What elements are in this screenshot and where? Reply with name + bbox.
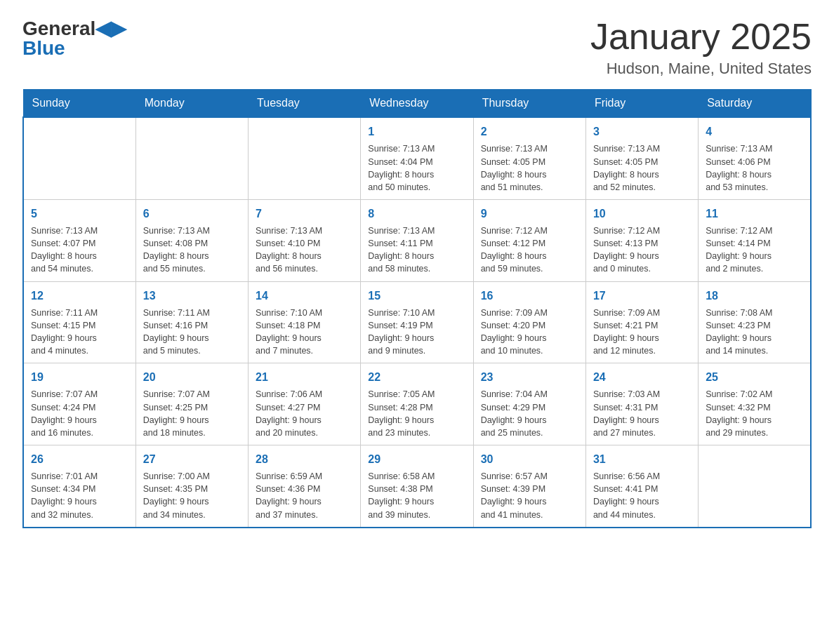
calendar-table: Sunday Monday Tuesday Wednesday Thursday… bbox=[22, 89, 812, 528]
calendar-cell: 9Sunrise: 7:12 AMSunset: 4:12 PMDaylight… bbox=[473, 199, 585, 281]
calendar-cell: 30Sunrise: 6:57 AMSunset: 4:39 PMDayligh… bbox=[473, 445, 585, 527]
calendar-cell: 24Sunrise: 7:03 AMSunset: 4:31 PMDayligh… bbox=[585, 363, 698, 445]
day-info: Sunrise: 6:59 AMSunset: 4:36 PMDaylight:… bbox=[256, 470, 353, 521]
col-wednesday: Wednesday bbox=[361, 90, 473, 118]
day-info: Sunrise: 7:11 AMSunset: 4:15 PMDaylight:… bbox=[31, 307, 128, 358]
day-info: Sunrise: 7:13 AMSunset: 4:06 PMDaylight:… bbox=[706, 142, 803, 194]
calendar-week-1: 1Sunrise: 7:13 AMSunset: 4:04 PMDaylight… bbox=[23, 117, 811, 199]
day-number: 26 bbox=[31, 451, 128, 467]
day-info: Sunrise: 7:04 AMSunset: 4:29 PMDaylight:… bbox=[481, 388, 578, 439]
calendar-cell: 8Sunrise: 7:13 AMSunset: 4:11 PMDaylight… bbox=[361, 199, 473, 281]
day-info: Sunrise: 7:02 AMSunset: 4:32 PMDaylight:… bbox=[706, 388, 803, 439]
day-info: Sunrise: 7:13 AMSunset: 4:07 PMDaylight:… bbox=[31, 224, 128, 276]
calendar-cell: 7Sunrise: 7:13 AMSunset: 4:10 PMDaylight… bbox=[249, 199, 361, 281]
calendar-cell: 6Sunrise: 7:13 AMSunset: 4:08 PMDaylight… bbox=[135, 199, 248, 281]
day-info: Sunrise: 7:06 AMSunset: 4:27 PMDaylight:… bbox=[256, 388, 353, 439]
calendar-week-3: 12Sunrise: 7:11 AMSunset: 4:15 PMDayligh… bbox=[23, 281, 811, 363]
day-info: Sunrise: 7:13 AMSunset: 4:10 PMDaylight:… bbox=[256, 224, 353, 276]
day-info: Sunrise: 7:12 AMSunset: 4:14 PMDaylight:… bbox=[706, 224, 803, 276]
day-number: 5 bbox=[31, 206, 128, 222]
days-of-week-row: Sunday Monday Tuesday Wednesday Thursday… bbox=[23, 90, 811, 118]
day-number: 25 bbox=[706, 369, 803, 385]
day-number: 3 bbox=[593, 123, 691, 140]
page-header: General ◀▶ Blue January 2025 Hudson, Mai… bbox=[22, 17, 812, 78]
day-info: Sunrise: 7:13 AMSunset: 4:04 PMDaylight:… bbox=[368, 142, 465, 194]
day-number: 19 bbox=[31, 369, 128, 385]
day-number: 2 bbox=[481, 123, 578, 140]
col-friday: Friday bbox=[585, 90, 698, 118]
calendar-cell: 21Sunrise: 7:06 AMSunset: 4:27 PMDayligh… bbox=[249, 363, 361, 445]
day-number: 6 bbox=[143, 206, 241, 222]
calendar-location: Hudson, Maine, United States bbox=[590, 60, 812, 78]
calendar-cell: 23Sunrise: 7:04 AMSunset: 4:29 PMDayligh… bbox=[473, 363, 585, 445]
day-info: Sunrise: 7:11 AMSunset: 4:16 PMDaylight:… bbox=[143, 307, 241, 358]
calendar-cell: 18Sunrise: 7:08 AMSunset: 4:23 PMDayligh… bbox=[699, 281, 811, 363]
day-info: Sunrise: 6:57 AMSunset: 4:39 PMDaylight:… bbox=[481, 470, 578, 521]
col-saturday: Saturday bbox=[699, 90, 811, 118]
calendar-cell: 22Sunrise: 7:05 AMSunset: 4:28 PMDayligh… bbox=[361, 363, 473, 445]
day-info: Sunrise: 7:13 AMSunset: 4:08 PMDaylight:… bbox=[143, 224, 241, 276]
calendar-week-5: 26Sunrise: 7:01 AMSunset: 4:34 PMDayligh… bbox=[23, 445, 811, 527]
calendar-cell: 15Sunrise: 7:10 AMSunset: 4:19 PMDayligh… bbox=[361, 281, 473, 363]
calendar-cell bbox=[23, 117, 135, 199]
day-number: 17 bbox=[593, 288, 691, 304]
title-section: January 2025 Hudson, Maine, United State… bbox=[590, 17, 812, 78]
day-info: Sunrise: 7:10 AMSunset: 4:18 PMDaylight:… bbox=[256, 307, 353, 358]
calendar-cell: 26Sunrise: 7:01 AMSunset: 4:34 PMDayligh… bbox=[23, 445, 135, 527]
day-number: 13 bbox=[143, 288, 241, 304]
day-info: Sunrise: 7:07 AMSunset: 4:25 PMDaylight:… bbox=[143, 388, 241, 439]
calendar-cell: 12Sunrise: 7:11 AMSunset: 4:15 PMDayligh… bbox=[23, 281, 135, 363]
day-info: Sunrise: 6:58 AMSunset: 4:38 PMDaylight:… bbox=[368, 470, 465, 521]
day-info: Sunrise: 7:13 AMSunset: 4:11 PMDaylight:… bbox=[368, 224, 465, 276]
logo-blue-arrow: ◀▶ bbox=[95, 17, 126, 40]
calendar-header: Sunday Monday Tuesday Wednesday Thursday… bbox=[23, 90, 811, 118]
day-number: 9 bbox=[481, 206, 578, 222]
day-info: Sunrise: 7:03 AMSunset: 4:31 PMDaylight:… bbox=[593, 388, 691, 439]
calendar-cell: 14Sunrise: 7:10 AMSunset: 4:18 PMDayligh… bbox=[249, 281, 361, 363]
day-info: Sunrise: 7:09 AMSunset: 4:21 PMDaylight:… bbox=[593, 307, 691, 358]
day-info: Sunrise: 7:12 AMSunset: 4:13 PMDaylight:… bbox=[593, 224, 691, 276]
calendar-cell: 17Sunrise: 7:09 AMSunset: 4:21 PMDayligh… bbox=[585, 281, 698, 363]
calendar-cell: 16Sunrise: 7:09 AMSunset: 4:20 PMDayligh… bbox=[473, 281, 585, 363]
day-number: 20 bbox=[143, 369, 241, 385]
day-number: 8 bbox=[368, 206, 465, 222]
logo: General ◀▶ Blue bbox=[22, 17, 126, 60]
day-info: Sunrise: 7:12 AMSunset: 4:12 PMDaylight:… bbox=[481, 224, 578, 276]
calendar-cell: 20Sunrise: 7:07 AMSunset: 4:25 PMDayligh… bbox=[135, 363, 248, 445]
calendar-week-4: 19Sunrise: 7:07 AMSunset: 4:24 PMDayligh… bbox=[23, 363, 811, 445]
day-info: Sunrise: 7:09 AMSunset: 4:20 PMDaylight:… bbox=[481, 307, 578, 358]
col-monday: Monday bbox=[135, 90, 248, 118]
day-number: 12 bbox=[31, 288, 128, 304]
day-info: Sunrise: 7:13 AMSunset: 4:05 PMDaylight:… bbox=[481, 142, 578, 194]
day-info: Sunrise: 7:05 AMSunset: 4:28 PMDaylight:… bbox=[368, 388, 465, 439]
calendar-cell: 25Sunrise: 7:02 AMSunset: 4:32 PMDayligh… bbox=[699, 363, 811, 445]
calendar-cell: 31Sunrise: 6:56 AMSunset: 4:41 PMDayligh… bbox=[585, 445, 698, 527]
day-number: 31 bbox=[593, 451, 691, 467]
day-number: 29 bbox=[368, 451, 465, 467]
calendar-cell: 2Sunrise: 7:13 AMSunset: 4:05 PMDaylight… bbox=[473, 117, 585, 199]
calendar-cell: 3Sunrise: 7:13 AMSunset: 4:05 PMDaylight… bbox=[585, 117, 698, 199]
day-info: Sunrise: 7:01 AMSunset: 4:34 PMDaylight:… bbox=[31, 470, 128, 521]
day-info: Sunrise: 7:13 AMSunset: 4:05 PMDaylight:… bbox=[593, 142, 691, 194]
day-number: 15 bbox=[368, 288, 465, 304]
logo-blue-label: Blue bbox=[22, 37, 65, 60]
day-number: 24 bbox=[593, 369, 691, 385]
day-info: Sunrise: 6:56 AMSunset: 4:41 PMDaylight:… bbox=[593, 470, 691, 521]
calendar-cell bbox=[699, 445, 811, 527]
day-number: 7 bbox=[256, 206, 353, 222]
calendar-cell: 19Sunrise: 7:07 AMSunset: 4:24 PMDayligh… bbox=[23, 363, 135, 445]
calendar-cell: 28Sunrise: 6:59 AMSunset: 4:36 PMDayligh… bbox=[249, 445, 361, 527]
calendar-cell: 5Sunrise: 7:13 AMSunset: 4:07 PMDaylight… bbox=[23, 199, 135, 281]
day-number: 28 bbox=[256, 451, 353, 467]
calendar-week-2: 5Sunrise: 7:13 AMSunset: 4:07 PMDaylight… bbox=[23, 199, 811, 281]
day-info: Sunrise: 7:10 AMSunset: 4:19 PMDaylight:… bbox=[368, 307, 465, 358]
day-number: 10 bbox=[593, 206, 691, 222]
day-info: Sunrise: 7:08 AMSunset: 4:23 PMDaylight:… bbox=[706, 307, 803, 358]
calendar-cell bbox=[249, 117, 361, 199]
day-info: Sunrise: 7:07 AMSunset: 4:24 PMDaylight:… bbox=[31, 388, 128, 439]
calendar-body: 1Sunrise: 7:13 AMSunset: 4:04 PMDaylight… bbox=[23, 117, 811, 527]
day-number: 4 bbox=[706, 123, 803, 140]
calendar-cell: 10Sunrise: 7:12 AMSunset: 4:13 PMDayligh… bbox=[585, 199, 698, 281]
day-number: 23 bbox=[481, 369, 578, 385]
col-sunday: Sunday bbox=[23, 90, 135, 118]
